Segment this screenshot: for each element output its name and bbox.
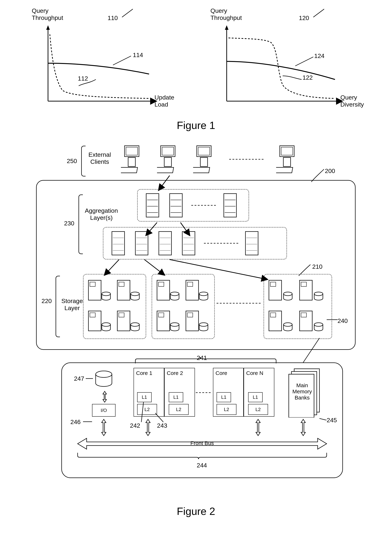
svg-rect-13 [162, 147, 174, 155]
storage-node-icon [267, 307, 294, 335]
storage-node-icon [116, 307, 141, 335]
svg-rect-73 [158, 282, 164, 286]
l2-core2: L2 [169, 404, 189, 415]
computer-icon [157, 144, 181, 175]
svg-rect-55 [245, 231, 258, 255]
svg-rect-81 [186, 311, 198, 331]
svg-point-65 [131, 292, 139, 296]
external-clients-label: External Clients [88, 151, 111, 165]
l1-corex: L1 [217, 392, 231, 402]
l1-core1: L1 [137, 392, 152, 402]
server-icon [168, 192, 186, 219]
svg-rect-25 [146, 193, 159, 217]
ref-244: 244 [197, 462, 207, 469]
front-bus: Front Bus [72, 437, 332, 451]
svg-point-105 [96, 371, 112, 378]
svg-rect-34 [224, 193, 236, 217]
computer-icon [276, 144, 300, 175]
svg-point-77 [199, 292, 208, 296]
svg-rect-72 [157, 280, 170, 300]
svg-rect-91 [270, 313, 276, 317]
svg-rect-67 [90, 313, 95, 317]
svg-rect-61 [90, 282, 95, 286]
svg-point-92 [284, 323, 292, 326]
l1-coren: L1 [248, 392, 263, 402]
svg-rect-50 [182, 231, 195, 255]
figure-1-charts: Query Throughput 110 114 112 Update Load [7, 7, 385, 115]
curve-ref-124: 124 [314, 52, 324, 59]
curve-ref-114: 114 [133, 51, 143, 58]
svg-rect-23 [283, 157, 291, 166]
ref-240: 240 [337, 317, 348, 324]
svg-rect-66 [88, 311, 101, 331]
svg-rect-90 [269, 311, 281, 331]
svg-rect-17 [198, 147, 210, 155]
svg-rect-69 [117, 311, 130, 331]
svg-rect-29 [170, 193, 182, 217]
svg-point-62 [102, 292, 111, 296]
svg-rect-19 [193, 167, 210, 173]
l2-core1: L2 [137, 404, 157, 415]
svg-rect-85 [270, 282, 276, 286]
aggregation-label: Aggregation Layer(s) [85, 207, 118, 221]
storage-node-icon [116, 277, 141, 304]
disk-icon [94, 370, 114, 390]
svg-rect-88 [301, 282, 307, 286]
svg-point-74 [170, 292, 179, 296]
svg-rect-22 [281, 147, 293, 155]
core-2-label: Core 2 [167, 370, 183, 376]
storage-node-icon [267, 277, 294, 304]
ref-230: 230 [64, 220, 74, 227]
ref-220: 220 [42, 297, 52, 304]
svg-line-0 [122, 9, 133, 17]
svg-rect-75 [186, 280, 198, 300]
svg-point-83 [199, 323, 208, 326]
svg-marker-7 [225, 25, 229, 30]
svg-rect-94 [301, 313, 307, 317]
svg-rect-63 [117, 280, 130, 300]
svg-rect-24 [276, 167, 293, 173]
chart-query-diversity: Query Throughput 120 124 122 Query Diver… [205, 7, 367, 115]
l2-corex: L2 [217, 404, 236, 415]
l1-core2: L1 [169, 392, 183, 402]
storage-node-icon [184, 277, 209, 304]
svg-line-109 [155, 413, 163, 422]
storage-node-icon [184, 307, 209, 335]
svg-rect-70 [119, 313, 124, 317]
memory-label: Main Memory Banks [292, 382, 312, 401]
svg-rect-76 [187, 282, 193, 286]
svg-line-108 [141, 402, 143, 422]
svg-rect-14 [164, 157, 171, 166]
svg-rect-18 [200, 157, 208, 166]
storage-node-icon [87, 277, 112, 304]
computer-icon [121, 144, 144, 175]
client-row [121, 144, 300, 175]
computer-icon [193, 144, 217, 175]
server-icon [181, 230, 198, 257]
io-box: I/O [92, 404, 116, 417]
core-x-label: Core [216, 370, 227, 376]
server-icon [144, 192, 162, 219]
server-icon [133, 230, 152, 257]
curve-ref-112: 112 [78, 75, 88, 82]
io-label: I/O [101, 408, 107, 413]
svg-rect-10 [128, 157, 135, 166]
core-n-label: Core N [246, 370, 263, 376]
x-axis-label-right: Query Diversity [340, 94, 364, 108]
svg-point-95 [314, 323, 323, 326]
svg-point-80 [170, 323, 179, 326]
svg-rect-46 [159, 231, 171, 255]
server-icon [222, 192, 240, 219]
svg-point-68 [102, 323, 111, 326]
storage-node-icon [298, 277, 325, 304]
svg-line-103 [303, 338, 319, 362]
svg-rect-60 [88, 280, 101, 300]
svg-rect-38 [112, 231, 125, 255]
server-icon [244, 230, 262, 257]
x-axis-label: Update Load [154, 94, 174, 108]
svg-rect-79 [158, 313, 164, 317]
ref-246: 246 [70, 418, 81, 425]
ref-245: 245 [327, 417, 337, 424]
server-icon [110, 230, 128, 257]
figure-1-title: Figure 1 [7, 119, 385, 131]
